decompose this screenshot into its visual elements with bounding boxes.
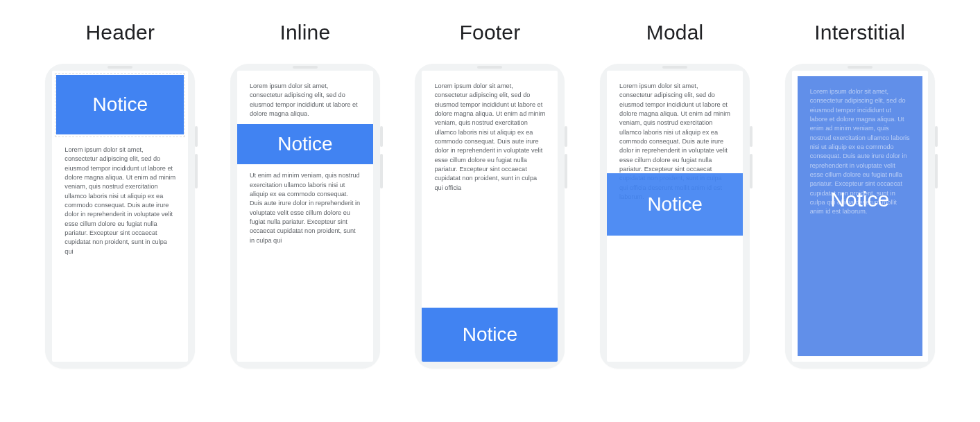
phone-earpiece bbox=[662, 66, 687, 69]
notice-banner-footer: Notice bbox=[422, 308, 558, 362]
phone-screen: Lorem ipsum dolor sit amet, consectetur … bbox=[237, 71, 373, 362]
phone-mockup: Lorem ipsum dolor sit amet, consectetur … bbox=[230, 64, 380, 369]
phone-screen: Lorem ipsum dolor sit amet, consectetur … bbox=[607, 71, 743, 362]
phone-screen: Notice Lorem ipsum dolor sit amet, conse… bbox=[52, 71, 188, 362]
variant-modal-column: Modal Lorem ipsum dolor sit amet, consec… bbox=[583, 21, 768, 369]
notice-banner-header: Notice bbox=[56, 75, 184, 134]
variant-interstitial-column: Interstitial Lorem ipsum dolor sit amet,… bbox=[767, 21, 952, 369]
diagram-canvas: Header Notice Lorem ipsum dolor sit amet… bbox=[0, 0, 980, 422]
body-content-top: Lorem ipsum dolor sit amet, consectetur … bbox=[237, 71, 373, 124]
variant-label: Inline bbox=[280, 21, 330, 44]
notice-banner-interstitial: Notice bbox=[798, 180, 922, 219]
variant-footer-column: Footer Lorem ipsum dolor sit amet, conse… bbox=[397, 21, 583, 369]
interstitial-overlay: Lorem ipsum dolor sit amet, consectetur … bbox=[798, 76, 922, 356]
body-content: Lorem ipsum dolor sit amet, consectetur … bbox=[52, 134, 188, 256]
filler-text: Ut enim ad minim veniam, quis nostrud ex… bbox=[250, 171, 361, 245]
phone-mockup: Lorem ipsum dolor sit amet, consectetur … bbox=[415, 64, 565, 369]
variant-label: Header bbox=[86, 21, 155, 44]
body-content-bottom: Ut enim ad minim veniam, quis nostrud ex… bbox=[237, 164, 373, 245]
phone-earpiece bbox=[848, 66, 872, 69]
variant-label: Interstitial bbox=[814, 21, 905, 44]
phone-screen: Lorem ipsum dolor sit amet, consectetur … bbox=[792, 71, 928, 362]
phone-screen: Lorem ipsum dolor sit amet, consectetur … bbox=[422, 71, 558, 362]
phone-earpiece bbox=[477, 66, 502, 69]
variant-inline-column: Inline Lorem ipsum dolor sit amet, conse… bbox=[213, 21, 398, 369]
phone-earpiece bbox=[108, 66, 132, 69]
phone-earpiece bbox=[293, 66, 318, 69]
phone-mockup: Notice Lorem ipsum dolor sit amet, conse… bbox=[45, 64, 195, 369]
filler-text: Lorem ipsum dolor sit amet, consectetur … bbox=[434, 82, 545, 193]
body-content: Lorem ipsum dolor sit amet, consectetur … bbox=[422, 71, 558, 302]
variant-label: Modal bbox=[646, 21, 704, 44]
notice-banner-inline: Notice bbox=[237, 124, 373, 164]
notice-banner-modal: Notice bbox=[607, 173, 743, 236]
filler-text: Lorem ipsum dolor sit amet, consectetur … bbox=[65, 146, 175, 256]
phone-mockup: Lorem ipsum dolor sit amet, consectetur … bbox=[785, 64, 935, 369]
phone-mockup: Lorem ipsum dolor sit amet, consectetur … bbox=[600, 64, 750, 369]
variant-header-column: Header Notice Lorem ipsum dolor sit amet… bbox=[28, 21, 213, 369]
filler-text: Lorem ipsum dolor sit amet, consectetur … bbox=[250, 82, 361, 118]
variant-label: Footer bbox=[460, 21, 521, 44]
